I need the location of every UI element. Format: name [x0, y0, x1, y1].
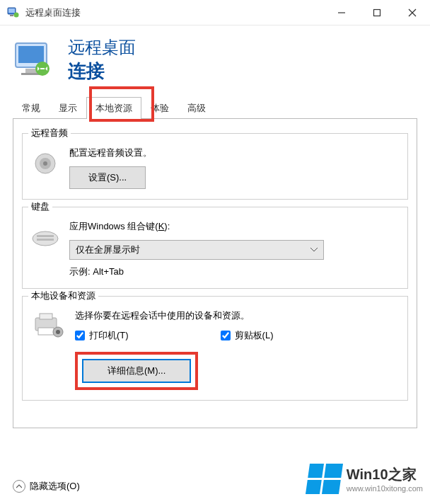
keyboard-icon — [31, 223, 59, 251]
windows-logo-icon — [306, 464, 343, 494]
annotation-details-highlight: 详细信息(M)... — [75, 352, 198, 390]
tab-display[interactable]: 显示 — [50, 97, 86, 119]
keyboard-desc: 应用Windows 组合键(K): — [69, 220, 399, 233]
select-value: 仅在全屏显示时 — [76, 244, 140, 256]
svg-rect-5 — [374, 9, 380, 16]
printer-checkbox-input[interactable] — [75, 331, 85, 340]
group-keyboard: 键盘 应用Windows 组合键(K): 仅在全屏显示时 示例: Alt+Tab — [22, 207, 408, 289]
svg-rect-18 — [37, 235, 54, 237]
group-title-audio: 远程音频 — [28, 127, 71, 139]
svg-rect-1 — [8, 8, 15, 13]
minimize-button[interactable] — [324, 0, 359, 25]
app-small-icon — [7, 6, 20, 19]
group-remote-audio: 远程音频 配置远程音频设置。 设置(S)... — [22, 133, 408, 200]
svg-rect-22 — [38, 328, 54, 335]
remote-desktop-icon — [13, 39, 55, 81]
hide-options-toggle[interactable]: 隐藏选项(O) — [13, 480, 80, 493]
clipboard-checkbox-input[interactable] — [221, 331, 231, 340]
clipboard-checkbox[interactable]: 剪贴板(L) — [221, 329, 274, 342]
maximize-button[interactable] — [359, 0, 395, 25]
svg-point-3 — [14, 12, 19, 17]
printer-icon — [31, 312, 65, 340]
tab-advanced[interactable]: 高级 — [178, 97, 215, 119]
audio-settings-button[interactable]: 设置(S)... — [69, 166, 146, 189]
audio-desc: 配置远程音频设置。 — [69, 147, 399, 159]
header-line1: 远程桌面 — [68, 36, 136, 59]
tab-strip: 常规 显示 本地资源 体验 高级 — [13, 96, 417, 118]
hide-options-label: 隐藏选项(O) — [30, 480, 80, 493]
svg-rect-2 — [10, 15, 13, 16]
window-title: 远程桌面连接 — [25, 6, 324, 19]
svg-rect-19 — [37, 239, 54, 241]
svg-point-24 — [56, 330, 60, 334]
group-local-devices: 本地设备和资源 选择你要在远程会话中使用的设备和资源。 打印机(T) — [22, 296, 408, 401]
svg-point-16 — [43, 161, 47, 166]
tab-panel: 远程音频 配置远程音频设置。 设置(S)... 键盘 — [13, 118, 417, 428]
clipboard-label: 剪贴板(L) — [235, 329, 274, 342]
svg-rect-10 — [25, 69, 37, 73]
watermark-brand: Win10之家 — [347, 465, 423, 484]
header-text: 远程桌面 连接 — [68, 36, 136, 84]
chevron-up-icon — [13, 480, 25, 493]
svg-rect-21 — [40, 314, 52, 319]
header-line2: 连接 — [68, 59, 136, 84]
app-header: 远程桌面 连接 — [13, 36, 417, 84]
watermark: Win10之家 www.win10xitong.com — [308, 464, 423, 494]
details-button[interactable]: 详细信息(M)... — [82, 359, 191, 383]
speaker-icon — [31, 149, 59, 178]
keyboard-example: 示例: Alt+Tab — [69, 265, 399, 278]
group-title-devices: 本地设备和资源 — [28, 290, 98, 302]
devices-desc: 选择你要在远程会话中使用的设备和资源。 — [75, 309, 399, 322]
printer-label: 打印机(T) — [89, 329, 129, 342]
chevron-down-icon — [310, 248, 318, 252]
svg-rect-13 — [40, 68, 45, 69]
tab-experience[interactable]: 体验 — [141, 97, 178, 119]
svg-rect-9 — [18, 46, 44, 63]
tab-general[interactable]: 常规 — [13, 97, 50, 119]
tab-local-resources[interactable]: 本地资源 — [86, 97, 141, 119]
printer-checkbox[interactable]: 打印机(T) — [75, 329, 129, 342]
titlebar: 远程桌面连接 — [0, 0, 430, 25]
watermark-url: www.win10xitong.com — [347, 484, 423, 493]
keyboard-combo-select[interactable]: 仅在全屏显示时 — [69, 240, 324, 260]
close-button[interactable] — [395, 0, 430, 25]
group-title-keyboard: 键盘 — [28, 200, 52, 213]
